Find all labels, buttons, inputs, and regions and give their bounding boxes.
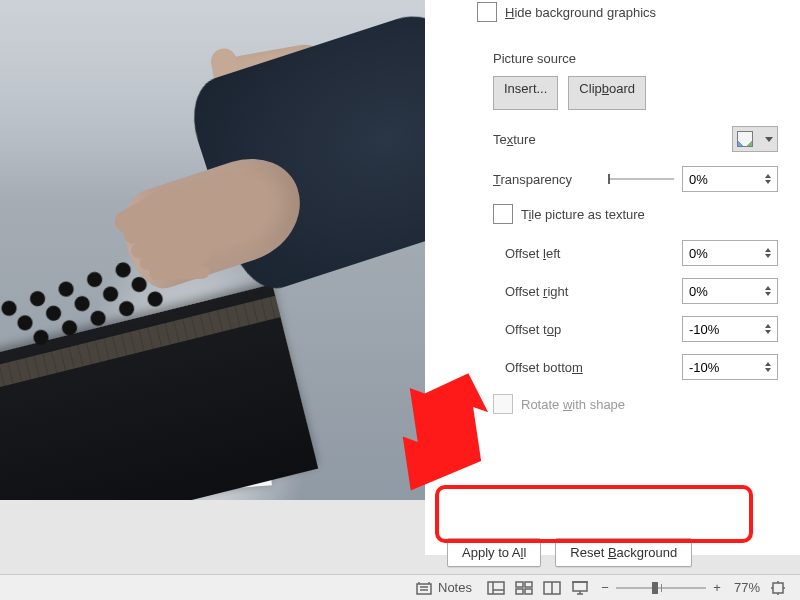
zoom-slider[interactable]	[616, 587, 706, 589]
reset-background-button[interactable]: Reset Background	[555, 538, 692, 567]
svg-rect-12	[525, 589, 532, 594]
notes-label: Notes	[438, 580, 472, 595]
offset-right-spin[interactable]	[682, 278, 778, 304]
chevron-down-icon	[765, 137, 773, 142]
spinner-up-icon[interactable]	[765, 362, 771, 366]
texture-swatch-icon	[737, 131, 753, 147]
offset-left-input[interactable]	[683, 242, 762, 264]
clipboard-button[interactable]: Clipboard	[568, 76, 646, 110]
spinner-down-icon[interactable]	[765, 180, 771, 184]
svg-rect-11	[516, 589, 523, 594]
tile-picture-label: Tile picture as texture	[521, 207, 645, 222]
spinner-down-icon[interactable]	[765, 330, 771, 334]
zoom-out-icon[interactable]: −	[600, 580, 610, 595]
fit-to-window-button[interactable]	[764, 575, 792, 601]
offset-left-label: Offset left	[505, 246, 560, 261]
offset-bottom-input[interactable]	[683, 356, 762, 378]
zoom-tick-icon	[661, 584, 662, 592]
offset-top-label: Offset top	[505, 322, 561, 337]
svg-rect-1	[417, 584, 431, 594]
transparency-label: Transparency	[493, 172, 572, 187]
spinner-up-icon[interactable]	[765, 324, 771, 328]
spinner-up-icon[interactable]	[765, 286, 771, 290]
slide-canvas	[0, 0, 425, 555]
notes-button[interactable]: Notes	[416, 580, 472, 595]
normal-view-button[interactable]	[482, 575, 510, 601]
transparency-slider[interactable]	[608, 178, 674, 180]
spinner-up-icon[interactable]	[765, 174, 771, 178]
rotate-with-shape-label: Rotate with shape	[521, 397, 625, 412]
reading-view-icon	[543, 581, 561, 595]
spinner-up-icon[interactable]	[765, 248, 771, 252]
offset-right-label: Offset right	[505, 284, 568, 299]
slide-preview[interactable]	[0, 0, 425, 500]
finger-icon	[149, 264, 209, 280]
spinner-down-icon[interactable]	[765, 292, 771, 296]
hide-background-label: Hide background graphics	[505, 5, 656, 20]
slideshow-icon	[571, 580, 589, 596]
svg-rect-9	[516, 582, 523, 587]
zoom-value: 77%	[734, 580, 760, 595]
svg-rect-6	[488, 582, 504, 594]
offset-bottom-spin[interactable]	[682, 354, 778, 380]
offset-right-input[interactable]	[683, 280, 762, 302]
spinner-down-icon[interactable]	[765, 254, 771, 258]
slideshow-view-button[interactable]	[566, 575, 594, 601]
texture-label: Texture	[493, 132, 536, 147]
zoom-thumb[interactable]	[652, 582, 658, 594]
transparency-input[interactable]	[683, 168, 762, 190]
normal-view-icon	[487, 581, 505, 595]
svg-rect-15	[573, 582, 587, 591]
fit-to-window-icon	[770, 580, 786, 596]
slide-sorter-view-button[interactable]	[510, 575, 538, 601]
zoom-control[interactable]: − + 77%	[600, 580, 760, 595]
notes-icon	[416, 581, 432, 595]
picture-source-label: Picture source	[493, 51, 576, 66]
hide-background-checkbox[interactable]	[477, 2, 497, 22]
rotate-with-shape-checkbox	[493, 394, 513, 414]
slide-sorter-icon	[515, 581, 533, 595]
svg-rect-10	[525, 582, 532, 587]
transparency-spin[interactable]	[682, 166, 778, 192]
offset-top-spin[interactable]	[682, 316, 778, 342]
spinner-down-icon[interactable]	[765, 368, 771, 372]
reading-view-button[interactable]	[538, 575, 566, 601]
right-forearm	[70, 0, 425, 313]
tile-picture-checkbox[interactable]	[493, 204, 513, 224]
svg-rect-19	[773, 583, 783, 593]
insert-button[interactable]: Insert...	[493, 76, 558, 110]
offset-left-spin[interactable]	[682, 240, 778, 266]
format-background-pane: Hide background graphics Picture source …	[425, 0, 800, 555]
apply-to-all-button[interactable]: Apply to All	[447, 538, 541, 567]
zoom-in-icon[interactable]: +	[712, 580, 722, 595]
offset-bottom-label: Offset bottom	[505, 360, 583, 375]
texture-picker[interactable]	[732, 126, 778, 152]
offset-top-input[interactable]	[683, 318, 762, 340]
status-bar: Notes − + 77%	[0, 574, 800, 600]
